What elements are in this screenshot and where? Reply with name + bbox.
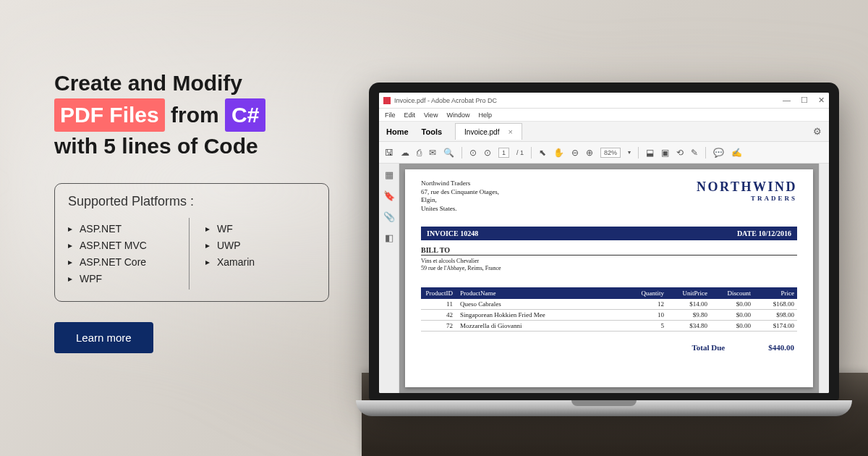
headline-csharp-badge: C# <box>225 98 265 132</box>
save-icon[interactable]: 🖫 <box>385 148 393 158</box>
bill-to-label: BILL TO <box>421 246 797 256</box>
platforms-panel: Supported Platforms : ASP.NET ASP.NET MV… <box>54 183 329 302</box>
page-viewport[interactable]: Northwind Traders 67, rue des Cinquante … <box>399 164 819 393</box>
table-row: 11Queso Cabrales12$14.00$0.00$168.00 <box>421 299 797 310</box>
invoice-table: ProductID ProductName Quantity UnitPrice… <box>421 287 797 332</box>
headline-line1: Create and Modify <box>54 71 242 95</box>
layers-icon[interactable]: ◧ <box>385 232 393 243</box>
invoice-header-bar: INVOICE 10248 DATE 10/12/2016 <box>421 227 797 240</box>
hand-icon[interactable]: ✋ <box>553 148 564 158</box>
tab-home[interactable]: Home <box>386 127 409 136</box>
menu-window[interactable]: Window <box>446 111 469 119</box>
thumbnails-icon[interactable]: ▦ <box>385 169 393 180</box>
search-icon[interactable]: 🔍 <box>443 148 454 158</box>
tab-close-icon[interactable]: × <box>508 127 512 136</box>
headline-line3: with 5 lines of Code <box>54 134 258 158</box>
zoom-select[interactable]: 82% <box>600 148 621 158</box>
platform-item: WPF <box>68 273 178 284</box>
platform-item: ASP.NET Core <box>68 256 178 268</box>
highlight-icon[interactable]: ✎ <box>691 148 698 158</box>
total-due: Total Due $440.00 <box>421 343 797 352</box>
pdf-app-icon <box>383 97 391 104</box>
platform-item: ASP.NET MVC <box>68 240 178 251</box>
menu-edit[interactable]: Edit <box>404 111 416 119</box>
pointer-icon[interactable]: ⬉ <box>539 148 546 158</box>
tab-tools[interactable]: Tools <box>422 127 443 136</box>
page-up-icon[interactable]: ⊙ <box>469 148 477 158</box>
fit-width-icon[interactable]: ⬓ <box>646 148 654 158</box>
zoom-out-icon[interactable]: ⊖ <box>571 148 579 158</box>
document-tab[interactable]: Invoice.pdf × <box>455 123 522 140</box>
document-tab-label: Invoice.pdf <box>464 128 499 136</box>
platform-item: Xamarin <box>205 256 315 268</box>
menu-view[interactable]: View <box>424 111 438 119</box>
gear-icon[interactable]: ⚙ <box>813 126 822 137</box>
pdf-page: Northwind Traders 67, rue des Cinquante … <box>405 169 813 387</box>
table-row: 42Singaporean Hokkien Fried Mee10$9.80$0… <box>421 310 797 321</box>
headline-pdf-badge: PDF Files <box>54 98 165 132</box>
sign-icon[interactable]: ✍ <box>731 148 742 158</box>
menu-help[interactable]: Help <box>478 111 492 119</box>
table-row: 72Mozzarella di Giovanni5$34.80$0.00$174… <box>421 321 797 332</box>
minimize-button[interactable]: — <box>783 96 791 105</box>
attachment-icon[interactable]: 📎 <box>383 211 395 222</box>
platforms-title: Supported Platforms : <box>68 194 315 209</box>
maximize-button[interactable]: ☐ <box>801 96 808 105</box>
platform-item: WF <box>205 223 315 235</box>
mail-icon[interactable]: ✉ <box>429 148 436 158</box>
print-icon[interactable]: ⎙ <box>417 148 422 158</box>
bookmark-icon[interactable]: 🔖 <box>383 190 395 201</box>
bill-to-value: Vins et alcools Chevalier 59 rue de l'Ab… <box>421 258 797 273</box>
zoom-in-icon[interactable]: ⊕ <box>586 148 593 158</box>
tabbar: Home Tools Invoice.pdf × ⚙ <box>379 122 829 142</box>
left-rail: ▦ 🔖 📎 ◧ <box>379 164 399 393</box>
close-button[interactable]: ✕ <box>818 96 825 105</box>
toolbar: 🖫 ☁ ⎙ ✉ 🔍 ⊙ ⊙ 1 / 1 ⬉ ✋ ⊖ ⊕ 82% ▾ ⬓ ▣ <box>379 142 829 164</box>
platform-item: ASP.NET <box>68 223 178 235</box>
comment-icon[interactable]: 💬 <box>713 148 724 158</box>
company-logo: NORTHWIND TRADERS <box>697 180 797 202</box>
laptop-frame: Invoice.pdf - Adobe Acrobat Pro DC — ☐ ✕… <box>369 83 839 416</box>
headline: Create and Modify PDF Files from C# with… <box>54 69 329 161</box>
window-titlebar[interactable]: Invoice.pdf - Adobe Acrobat Pro DC — ☐ ✕ <box>379 93 829 109</box>
rotate-icon[interactable]: ⟲ <box>676 148 684 158</box>
platform-item: UWP <box>205 240 315 251</box>
menubar: File Edit View Window Help <box>379 109 829 122</box>
invoice-number: INVOICE 10248 <box>427 229 478 237</box>
headline-from: from <box>171 103 219 127</box>
company-address: Northwind Traders 67, rue des Cinquante … <box>421 180 499 214</box>
window-title: Invoice.pdf - Adobe Acrobat Pro DC <box>394 97 783 104</box>
fit-page-icon[interactable]: ▣ <box>661 148 669 158</box>
menu-file[interactable]: File <box>385 111 396 119</box>
right-rail[interactable] <box>819 164 829 393</box>
invoice-date: DATE 10/12/2016 <box>737 229 791 237</box>
learn-more-button[interactable]: Learn more <box>54 322 153 353</box>
cloud-icon[interactable]: ☁ <box>401 148 409 158</box>
page-number-input[interactable]: 1 <box>498 148 509 158</box>
page-down-icon[interactable]: ⊙ <box>484 148 491 158</box>
page-total: / 1 <box>516 149 524 156</box>
